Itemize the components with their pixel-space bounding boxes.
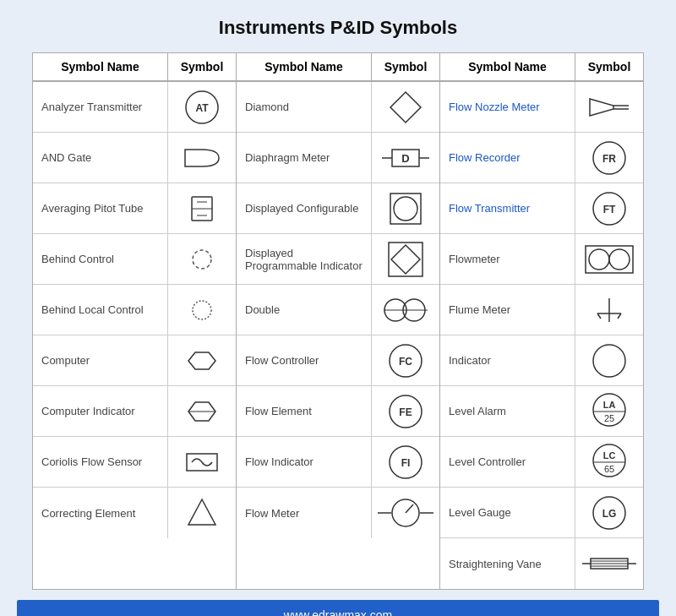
- svg-line-41: [597, 313, 601, 319]
- symbol-name-cell: Flow Controller: [237, 335, 372, 385]
- table-row: Analyzer TransmitterAT: [33, 82, 236, 133]
- header-cell-1-0: Symbol Name: [237, 53, 372, 80]
- svg-text:LG: LG: [602, 508, 617, 520]
- table-wrapper: Symbol NameSymbolAnalyzer TransmitterATA…: [32, 52, 644, 590]
- symbol-cell: [372, 234, 439, 284]
- col-header-2: Symbol NameSymbol: [440, 53, 643, 82]
- svg-point-7: [193, 301, 211, 319]
- table-row: Displayed Configurable: [237, 183, 439, 234]
- column-0: Symbol NameSymbolAnalyzer TransmitterATA…: [33, 53, 237, 589]
- symbol-name-cell: Computer: [33, 335, 168, 385]
- symbol-cell: [168, 133, 236, 183]
- table-row: Flowmeter: [440, 234, 643, 285]
- symbol-cell: FI: [372, 437, 439, 487]
- header-cell-0-1: Symbol: [168, 53, 236, 80]
- table-row: Coriolis Flow Sensor: [33, 437, 236, 488]
- symbol-name-cell: Double: [237, 285, 372, 335]
- svg-point-43: [593, 345, 625, 377]
- table-row: Flow Nozzle Meter: [440, 82, 643, 133]
- svg-text:FR: FR: [602, 153, 616, 165]
- symbol-name-cell: Flume Meter: [440, 285, 575, 335]
- symbol-name-cell: Analyzer Transmitter: [33, 82, 168, 132]
- svg-text:FE: FE: [399, 406, 412, 418]
- table-row: Straightening Vane: [440, 538, 643, 589]
- symbol-name-cell: Level Alarm: [440, 386, 575, 436]
- symbol-name-cell: Averaging Pitot Tube: [33, 183, 168, 233]
- symbol-cell: [575, 538, 643, 589]
- symbol-name-cell: Correcting Element: [33, 488, 168, 538]
- svg-point-15: [394, 197, 417, 221]
- symbol-cell: [168, 386, 236, 436]
- svg-text:FI: FI: [401, 457, 411, 469]
- header-cell-0-0: Symbol Name: [33, 53, 168, 80]
- svg-text:AT: AT: [195, 102, 209, 114]
- table-row: Displayed Programmable Indicator: [237, 234, 439, 285]
- symbol-cell: [168, 488, 236, 538]
- symbol-name-cell: Flow Meter: [237, 488, 372, 538]
- svg-text:LA: LA: [603, 400, 616, 410]
- table-row: Behind Local Control: [33, 285, 236, 335]
- symbol-cell: [372, 488, 439, 538]
- symbol-cell: D: [372, 133, 439, 183]
- symbol-name-cell: Flow Element: [237, 386, 372, 436]
- symbol-name-cell: Flow Nozzle Meter: [440, 82, 575, 132]
- table-row: Computer: [33, 335, 236, 386]
- symbol-cell: [168, 437, 236, 487]
- symbol-name-cell: Flow Indicator: [237, 437, 372, 487]
- symbol-name-cell: Displayed Programmable Indicator: [237, 234, 372, 284]
- table-row: Flow Meter: [237, 488, 439, 538]
- symbol-name-cell: Behind Local Control: [33, 285, 168, 335]
- symbol-name-cell: Diamond: [237, 82, 372, 132]
- symbol-name-cell: Flow Recorder: [440, 133, 575, 183]
- symbol-name-cell: Flow Transmitter: [440, 183, 575, 233]
- svg-text:FC: FC: [399, 356, 412, 368]
- symbol-cell: FT: [575, 183, 643, 233]
- table-row: Level AlarmLA25: [440, 386, 643, 437]
- symbol-name-cell: Level Controller: [440, 437, 575, 487]
- symbol-cell: [575, 335, 643, 385]
- symbol-cell: [168, 335, 236, 385]
- symbol-cell: [575, 234, 643, 284]
- table-row: Flow ElementFE: [237, 386, 439, 437]
- symbol-cell: [575, 285, 643, 335]
- col-header-1: Symbol NameSymbol: [237, 53, 439, 82]
- symbol-cell: [168, 234, 236, 284]
- symbol-name-cell: Flowmeter: [440, 234, 575, 284]
- symbol-cell: AT: [168, 82, 236, 132]
- table-row: Diamond: [237, 82, 439, 133]
- svg-line-28: [406, 504, 413, 513]
- svg-line-42: [618, 313, 621, 319]
- symbol-name-cell: Level Gauge: [440, 488, 575, 537]
- svg-point-6: [193, 250, 211, 269]
- svg-text:LC: LC: [603, 450, 616, 461]
- symbol-cell: [372, 285, 439, 335]
- table-row: Correcting Element: [33, 488, 236, 538]
- symbol-name-cell: Behind Control: [33, 234, 168, 284]
- symbol-name-cell: Coriolis Flow Sensor: [33, 437, 168, 487]
- symbol-cell: LA25: [575, 386, 643, 436]
- symbol-cell: [168, 183, 236, 233]
- svg-text:65: 65: [604, 464, 614, 474]
- table-row: Behind Control: [33, 234, 236, 285]
- svg-rect-16: [389, 243, 422, 276]
- table-row: AND Gate: [33, 133, 236, 183]
- col-header-0: Symbol NameSymbol: [33, 53, 236, 82]
- svg-text:FT: FT: [603, 204, 616, 215]
- table-row: Flow IndicatorFI: [237, 437, 439, 488]
- table-row: Diaphragm MeterD: [237, 133, 439, 183]
- symbol-name-cell: AND Gate: [33, 133, 168, 183]
- page-title: Instruments P&ID Symbols: [219, 17, 457, 39]
- table-row: Flow RecorderFR: [440, 133, 643, 183]
- table-row: Flume Meter: [440, 285, 643, 335]
- column-2: Symbol NameSymbolFlow Nozzle MeterFlow R…: [440, 53, 643, 589]
- symbol-name-cell: Displayed Configurable: [237, 183, 372, 233]
- symbol-cell: [372, 82, 439, 132]
- table-row: Flow ControllerFC: [237, 335, 439, 386]
- symbol-cell: FE: [372, 386, 439, 436]
- table-row: Flow TransmitterFT: [440, 183, 643, 234]
- table-row: Level ControllerLC65: [440, 437, 643, 488]
- header-cell-2-0: Symbol Name: [440, 53, 575, 80]
- column-1: Symbol NameSymbolDiamondDiaphragm MeterD…: [237, 53, 440, 589]
- table-row: Indicator: [440, 335, 643, 386]
- svg-rect-14: [390, 194, 421, 224]
